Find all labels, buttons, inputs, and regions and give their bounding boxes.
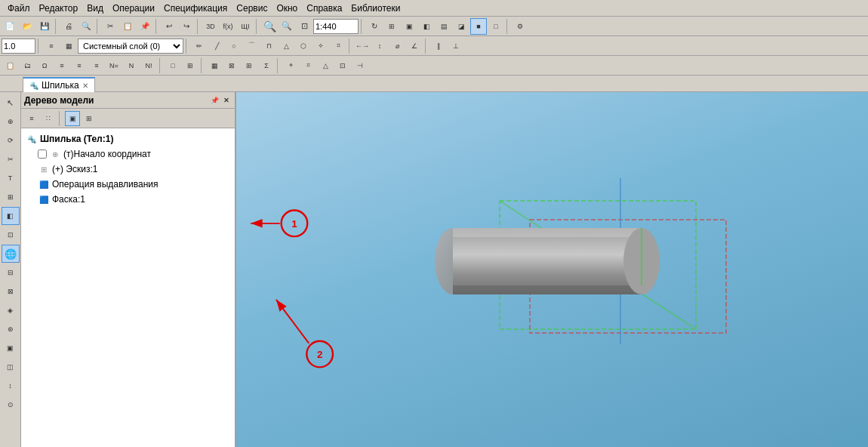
view-btn1[interactable]: ⊞ <box>383 18 400 35</box>
menu-view[interactable]: Вид <box>82 2 108 15</box>
panel-tool-4[interactable]: ⊞ <box>82 111 97 126</box>
panel-pin-button[interactable]: 📌 <box>209 95 220 106</box>
t3-btn19[interactable]: ⊡ <box>334 57 351 74</box>
t3-btn3[interactable]: Ω <box>36 57 53 74</box>
redo-button[interactable]: ↪ <box>178 18 195 35</box>
zoom-input[interactable] <box>313 19 359 34</box>
view-btn4[interactable]: ▤ <box>436 18 452 35</box>
wire-btn[interactable]: □ <box>488 18 504 35</box>
sidebar-btn-7[interactable]: ◧ <box>2 207 20 225</box>
menu-window[interactable]: Окно <box>272 2 302 15</box>
sidebar-btn-5[interactable]: T <box>2 169 20 187</box>
t3-btn13[interactable]: ⊠ <box>223 57 240 74</box>
layer-tool-btn[interactable]: ≡ <box>43 38 60 54</box>
view-btn2[interactable]: ▣ <box>401 18 417 35</box>
menu-libraries[interactable]: Библиотеки <box>346 2 405 15</box>
t3-btn20[interactable]: ⊣ <box>352 57 368 74</box>
sidebar-btn-14[interactable]: ▣ <box>2 339 20 357</box>
t3-btn11[interactable]: ⊞ <box>182 57 199 74</box>
menu-operations[interactable]: Операции <box>108 2 159 15</box>
new-button[interactable]: 📄 <box>2 18 18 35</box>
rotate-btn[interactable]: ↻ <box>366 18 383 35</box>
t3-btn6[interactable]: ≡ <box>88 57 105 74</box>
shading-btn[interactable]: ■ <box>470 18 487 35</box>
3d-btn3[interactable]: ЩI <box>237 18 254 35</box>
sidebar-btn-3[interactable]: ⟳ <box>2 131 20 150</box>
t3-btn9[interactable]: N! <box>140 57 157 74</box>
t3-btn7[interactable]: N= <box>106 57 122 74</box>
undo-button[interactable]: ↩ <box>161 18 177 35</box>
draw-btn5[interactable]: ⊓ <box>260 38 277 54</box>
t3-btn4[interactable]: ≡ <box>54 57 70 74</box>
draw-btn9[interactable]: ⌗ <box>330 38 346 54</box>
t3-btn2[interactable]: 🗂 <box>19 57 35 74</box>
3d-btn1[interactable]: 3D <box>202 18 219 35</box>
draw-btn6[interactable]: △ <box>278 38 294 54</box>
layer-vis-btn[interactable]: ▦ <box>60 38 77 54</box>
tree-item-chamfer[interactable]: 🟦 Фаска:1 <box>24 192 232 207</box>
tab-close-button[interactable]: ✕ <box>82 82 88 90</box>
menu-service[interactable]: Сервис <box>232 2 272 15</box>
tab-shpilka[interactable]: 🔩 Шпилька ✕ <box>23 77 95 92</box>
constraint-btn2[interactable]: ⊥ <box>448 38 464 54</box>
t3-btn10[interactable]: □ <box>165 57 181 74</box>
tree-item-origin[interactable]: ⊕ (т)Начало координат <box>24 146 232 162</box>
sidebar-btn-pointer[interactable]: ↖ <box>2 94 20 112</box>
menu-specification[interactable]: Спецификация <box>159 2 232 15</box>
view-btn5[interactable]: ◪ <box>453 18 469 35</box>
print-button[interactable]: 🖨 <box>60 18 77 35</box>
preview-button[interactable]: 🔍 <box>78 18 94 35</box>
zoom-in-button[interactable]: 🔍 <box>261 18 278 35</box>
sidebar-btn-6[interactable]: ⊞ <box>2 188 20 206</box>
sidebar-btn-15[interactable]: ◫ <box>2 358 20 376</box>
tree-item-extrude[interactable]: 🟦 Операция выдавливания <box>24 177 232 192</box>
sidebar-btn-17[interactable]: ⊙ <box>2 396 20 414</box>
t3-btn18[interactable]: △ <box>317 57 334 74</box>
dim-btn4[interactable]: ∠ <box>406 38 423 54</box>
zoom-out-button[interactable]: 🔍 <box>279 18 295 35</box>
sidebar-btn-4[interactable]: ✂ <box>2 150 20 168</box>
t3-btn5[interactable]: ≡ <box>71 57 88 74</box>
dim-btn3[interactable]: ⌀ <box>389 38 405 54</box>
sidebar-btn-8[interactable]: ⊡ <box>2 226 20 244</box>
tree-item-sketch[interactable]: ⊞ (+) Эскиз:1 <box>24 162 232 177</box>
menu-help[interactable]: Справка <box>302 2 346 15</box>
t3-btn16[interactable]: ⌖ <box>282 57 299 74</box>
draw-btn8[interactable]: ⟡ <box>312 38 329 54</box>
menu-editor[interactable]: Редактор <box>35 2 83 15</box>
sidebar-btn-13[interactable]: ⊛ <box>2 320 20 338</box>
scale-input[interactable] <box>2 39 35 54</box>
sidebar-btn-2[interactable]: ⊕ <box>2 113 20 131</box>
save-button[interactable]: 💾 <box>36 18 53 35</box>
paste-button[interactable]: 📌 <box>137 18 153 35</box>
dim-btn1[interactable]: ←→ <box>354 38 371 54</box>
sidebar-btn-12[interactable]: ◈ <box>2 301 20 319</box>
copy-button[interactable]: 📋 <box>119 18 136 35</box>
draw-btn3[interactable]: ○ <box>226 38 242 54</box>
draw-btn4[interactable]: ⌒ <box>243 38 260 54</box>
panel-tool-2[interactable]: ∷ <box>41 111 56 126</box>
sidebar-btn-16[interactable]: ↕ <box>2 377 20 395</box>
panel-tool-1[interactable]: ≡ <box>24 111 39 126</box>
draw-btn7[interactable]: ⬡ <box>295 38 312 54</box>
view-btn3[interactable]: ◧ <box>418 18 435 35</box>
sidebar-btn-10[interactable]: ⊟ <box>2 264 20 282</box>
t3-btn15[interactable]: Σ <box>258 57 275 74</box>
t3-btn8[interactable]: N <box>123 57 140 74</box>
panel-close-button[interactable]: ✕ <box>221 95 232 106</box>
dim-btn2[interactable]: ↕ <box>371 38 388 54</box>
zoom-fit-button[interactable]: ⊡ <box>296 18 312 35</box>
sidebar-btn-globe[interactable]: 🌐 <box>2 245 20 263</box>
3d-viewport[interactable]: 1 2 <box>236 92 868 447</box>
open-button[interactable]: 📂 <box>19 18 35 35</box>
layer-dropdown[interactable]: Системный слой (0) <box>78 39 183 54</box>
cut-button[interactable]: ✂ <box>102 18 119 35</box>
panel-tool-3[interactable]: ▣ <box>65 111 80 126</box>
tree-root-item[interactable]: 🔩 Шпилька (Тел:1) <box>24 131 232 146</box>
menu-file[interactable]: Файл <box>3 2 35 15</box>
t3-btn12[interactable]: ▦ <box>206 57 223 74</box>
t3-btn14[interactable]: ⊞ <box>241 57 257 74</box>
t3-btn1[interactable]: 📋 <box>2 57 18 74</box>
constraint-btn1[interactable]: ∥ <box>430 38 447 54</box>
draw-btn2[interactable]: ╱ <box>208 38 225 54</box>
